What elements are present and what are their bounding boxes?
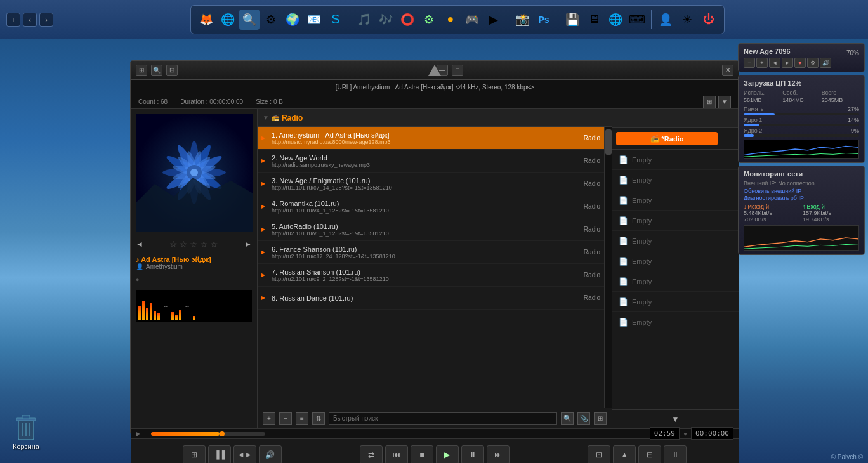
playlist-item-3[interactable]: ▶ 3. New Age / Enigmatic (101.ru) http:/… xyxy=(258,173,604,195)
vol-heart-btn[interactable]: ♥ xyxy=(794,58,806,68)
add-btn[interactable]: + xyxy=(263,412,275,425)
ctrl-crossfade-btn[interactable]: ◄► xyxy=(233,445,256,464)
vol-settings-btn[interactable]: ⚙ xyxy=(807,58,819,68)
playlist-collapse-btn[interactable]: ▼ xyxy=(263,114,269,121)
vol-minus-btn[interactable]: − xyxy=(744,58,755,68)
search-input[interactable] xyxy=(329,412,557,425)
seek-left-btn[interactable]: ▶ xyxy=(136,430,141,437)
empty-slot-3[interactable]: 📄 Empty xyxy=(612,190,739,211)
playlist-item-4[interactable]: ▶ 4. Romantika (101.ru) http://ru1.101.r… xyxy=(258,195,604,218)
star-1[interactable]: ☆ xyxy=(169,239,178,249)
item-content-8: 8. Russian Dance (101.ru) xyxy=(272,294,584,302)
playlist-item-6[interactable]: ▶ 6. France Shanson (101.ru) http://ru2.… xyxy=(258,241,604,264)
playlist-item-7[interactable]: ▶ 7. Russian Shanson (101.ru) http://ru2… xyxy=(258,264,604,287)
star-5[interactable]: ☆ xyxy=(210,239,218,249)
star-rating[interactable]: ☆ ☆ ☆ ☆ ☆ xyxy=(143,239,244,249)
cpu-stats-grid: Исполь. Своб. Всего 561MB 1484MB 2045MB xyxy=(744,89,859,103)
ctrl-close2-btn[interactable]: ⊟ xyxy=(638,445,661,464)
taskbar-icon-floppy[interactable]: 💾 xyxy=(562,10,582,30)
winamp-menu-btn[interactable]: ⊞ xyxy=(136,65,147,76)
trash-icon[interactable]: Корзина xyxy=(13,412,39,450)
playlist-item-1[interactable]: ▶ 1. Amethystium - Ad Astra [Нью эйдж] h… xyxy=(258,127,604,150)
taskbar-icon-mail[interactable]: 📧 xyxy=(304,10,324,30)
nav-plus-btn[interactable]: + xyxy=(6,13,20,27)
info-bar-btn1[interactable]: ⊞ xyxy=(703,96,716,108)
taskbar-icon-firefox[interactable]: 🦊 xyxy=(196,10,216,30)
empty-slot-5[interactable]: 📄 Empty xyxy=(612,231,739,251)
winamp-search-btn[interactable]: 🔍 xyxy=(151,65,162,76)
empty-slot-9[interactable]: 📄 Empty xyxy=(612,312,739,332)
taskbar-icon-media[interactable]: ▶ xyxy=(483,10,504,30)
winamp-close-btn[interactable]: ✕ xyxy=(722,65,733,76)
ctrl-shuffle-btn[interactable]: ⊞ xyxy=(183,445,206,464)
active-playlist-label[interactable]: 📻 *Radio xyxy=(616,132,718,145)
winamp-maximize-btn[interactable]: □ xyxy=(452,65,463,76)
taskbar-icon-tools[interactable]: ⚙ xyxy=(419,10,439,30)
playlist-item-8[interactable]: ▶ 8. Russian Dance (101.ru) Radio xyxy=(258,287,604,310)
ctrl-play-btn[interactable]: ▶ xyxy=(436,445,459,464)
star-2[interactable]: ☆ xyxy=(180,239,188,249)
vol-plus-btn[interactable]: + xyxy=(756,58,768,68)
taskbar-icon-power[interactable]: ⏻ xyxy=(699,10,719,30)
taskbar-icon-game[interactable]: 🎮 xyxy=(462,10,482,30)
ctrl-shuffle2-btn[interactable]: ⇄ xyxy=(360,445,383,464)
vol-next-btn[interactable]: ► xyxy=(782,58,793,68)
update-ip-btn[interactable]: Обновить внешний IP xyxy=(744,188,859,194)
star-4[interactable]: ☆ xyxy=(200,239,208,249)
vol-speaker-btn[interactable]: 🔊 xyxy=(820,58,831,68)
empty-slot-8[interactable]: 📄 Empty xyxy=(612,292,739,312)
info-bar-btn2[interactable]: ▼ xyxy=(718,96,731,108)
empty-slot-7[interactable]: 📄 Empty xyxy=(612,271,739,292)
ctrl-repeat-btn[interactable]: ▐▐ xyxy=(208,445,231,464)
ctrl-prev-btn[interactable]: ⏮ xyxy=(385,445,408,464)
nav-prev-btn[interactable]: ‹ xyxy=(23,13,37,27)
taskbar-icon-network[interactable]: 🌐 xyxy=(605,10,626,30)
playlist-scroll-track[interactable] xyxy=(604,127,612,408)
taskbar-icon-circle2[interactable]: ● xyxy=(440,10,461,30)
taskbar-icon-ps[interactable]: Ps xyxy=(534,10,554,30)
taskbar-icon-sun[interactable]: ☀ xyxy=(677,10,697,30)
star-3[interactable]: ☆ xyxy=(190,239,198,249)
nav-next-btn[interactable]: › xyxy=(39,13,53,27)
prev-track-btn[interactable]: ◄ xyxy=(136,240,143,249)
ctrl-open-btn[interactable]: ⊡ xyxy=(588,445,610,464)
taskbar-icon-star[interactable]: ⚙ xyxy=(261,10,281,30)
taskbar-icon-globe[interactable]: 🌍 xyxy=(282,10,303,30)
ctrl-stop-btn[interactable]: ■ xyxy=(411,445,433,464)
playlist-item-2[interactable]: ▶ 2. New Age World http://radio.sampo.ru… xyxy=(258,150,604,173)
sort-btn[interactable]: ⇅ xyxy=(312,412,325,425)
vol-prev-btn[interactable]: ◄ xyxy=(769,58,780,68)
playlist-item-5[interactable]: ▶ 5. AutoRadio (101.ru) http://ru2.101.r… xyxy=(258,218,604,241)
taskbar-icon-music1[interactable]: 🎵 xyxy=(354,10,374,30)
empty-slot-2[interactable]: 📄 Empty xyxy=(612,170,739,190)
taskbar-icon-photo[interactable]: 📸 xyxy=(512,10,532,30)
ctrl-next-btn[interactable]: ⏭ xyxy=(487,445,510,464)
taskbar-icon-music2[interactable]: 🎶 xyxy=(376,10,396,30)
taskbar-icon-monitor[interactable]: 🖥 xyxy=(584,10,604,30)
ctrl-save-btn[interactable]: ▲ xyxy=(613,445,636,464)
taskbar-icon-search[interactable]: 🔍 xyxy=(239,10,260,30)
diagnose-ip-btn[interactable]: Диагностировать рб IP xyxy=(744,195,859,201)
empty-slot-6[interactable]: 📄 Empty xyxy=(612,251,739,271)
empty-slot-1[interactable]: 📄 Empty xyxy=(612,150,739,170)
right-panel-dropdown-btn[interactable]: ▼ xyxy=(672,415,680,424)
next-track-btn[interactable]: ► xyxy=(244,240,252,249)
remove-btn[interactable]: − xyxy=(279,412,292,425)
taskbar-icon-circle[interactable]: ⭕ xyxy=(397,10,418,30)
taskbar-icon-skype[interactable]: S xyxy=(326,10,346,30)
seekbar[interactable] xyxy=(151,432,265,436)
taskbar-icon-keyboard[interactable]: ⌨ xyxy=(627,10,647,30)
menu-btn[interactable]: ≡ xyxy=(296,412,308,425)
item-url-4: http://ru1.101.ru/v4_1_128?st=-1&t=13581… xyxy=(272,207,584,214)
ctrl-pause-btn[interactable]: ⏸ xyxy=(461,445,484,464)
ctrl-vol-down-btn[interactable]: 🔊 xyxy=(259,445,282,464)
winamp-config-btn[interactable]: ⊟ xyxy=(166,65,178,76)
taskbar-icon-user[interactable]: 👤 xyxy=(655,10,676,30)
search-btn[interactable]: 🔍 xyxy=(561,412,574,425)
attach-btn[interactable]: 📎 xyxy=(577,412,590,425)
grid-btn[interactable]: ⊞ xyxy=(594,412,607,425)
empty-slot-4[interactable]: 📄 Empty xyxy=(612,211,739,231)
taskbar-icon-ie[interactable]: 🌐 xyxy=(218,10,238,30)
playlist-scroll-thumb[interactable] xyxy=(605,129,612,155)
ctrl-pause2-btn[interactable]: ⏸ xyxy=(664,445,687,464)
